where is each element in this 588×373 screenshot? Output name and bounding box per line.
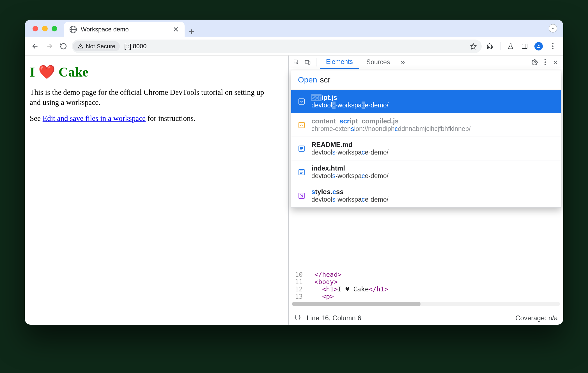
open-file-input[interactable]: scr xyxy=(320,75,330,84)
result-filename: script.js xyxy=(311,94,389,102)
result-path: devtools-workspace-demo/ xyxy=(311,102,389,109)
result-path: chrome-extension://noondiphcddnnabmjcihc… xyxy=(311,125,471,133)
browser-tab[interactable]: Workspace demo ✕ xyxy=(64,22,185,37)
bookmark-star-icon[interactable] xyxy=(468,41,479,52)
back-button[interactable] xyxy=(30,41,41,52)
pretty-print-icon[interactable] xyxy=(294,314,301,322)
new-tab-button[interactable]: + xyxy=(185,26,199,37)
separator xyxy=(500,42,500,50)
line-number: 12 xyxy=(290,285,307,293)
horizontal-scrollbar[interactable] xyxy=(292,302,560,306)
more-tabs-button[interactable]: » xyxy=(397,56,408,69)
open-file-input-row[interactable]: Open scr xyxy=(291,70,561,89)
tab-title: Workspace demo xyxy=(81,26,169,33)
status-bar: Line 16, Column 6 Coverage: n/a xyxy=(289,311,563,325)
results-list: <>script.jsdevtools-workspace-demo/<>con… xyxy=(291,89,561,207)
close-tab-button[interactable]: ✕ xyxy=(173,25,179,34)
settings-gear-icon[interactable] xyxy=(530,57,540,67)
result-filename: styles.css xyxy=(311,188,389,196)
side-panel-icon[interactable] xyxy=(519,41,530,52)
line-number: 13 xyxy=(290,293,307,300)
page-heading: I ❤️ Cake xyxy=(30,64,286,80)
file-type-icon xyxy=(297,192,306,200)
profile-button[interactable] xyxy=(533,41,544,52)
line-number: 11 xyxy=(290,278,307,285)
forward-button[interactable] xyxy=(44,41,55,52)
chrome-menu-button[interactable] xyxy=(547,43,558,49)
result-filename: index.html xyxy=(311,164,389,172)
device-toolbar-icon[interactable] xyxy=(303,57,313,67)
devtools-tabbar: Elements Sources » xyxy=(289,56,563,69)
svg-point-1 xyxy=(538,45,539,46)
toolbar: Not Secure [::]:8000 xyxy=(25,37,563,56)
svg-point-5 xyxy=(534,61,536,63)
result-filename: README.md xyxy=(311,141,389,149)
code-line[interactable]: 10 </head> xyxy=(290,271,563,278)
file-type-icon: <> xyxy=(297,97,306,106)
svg-text:<>: <> xyxy=(300,100,303,103)
result-item[interactable]: styles.cssdevtools-workspace-demo/ xyxy=(291,184,561,207)
tab-elements[interactable]: Elements xyxy=(320,56,359,69)
line-number: 10 xyxy=(290,271,307,278)
result-item[interactable]: <>content_script_compiled.jschrome-exten… xyxy=(291,113,561,137)
svg-rect-0 xyxy=(522,44,527,49)
browser-window: Workspace demo ✕ + Not Secure [::]:8000 xyxy=(25,20,563,325)
code-line[interactable]: 12 <h1>I ♥ Cake</h1> xyxy=(290,285,563,293)
omnibox[interactable]: Not Secure [::]:8000 xyxy=(72,40,482,53)
result-item[interactable]: <>script.jsdevtools-workspace-demo/ xyxy=(291,89,561,113)
open-label: Open xyxy=(298,75,317,84)
scrollbar-thumb[interactable] xyxy=(292,302,421,306)
titlebar: Workspace demo ✕ + xyxy=(25,20,563,37)
file-type-icon xyxy=(297,168,306,176)
devtools-panel: Elements Sources » 10 </head>11 <body>12… xyxy=(288,56,563,325)
svg-text:<>: <> xyxy=(300,124,303,127)
reload-button[interactable] xyxy=(58,41,69,52)
inspect-element-icon[interactable] xyxy=(291,57,302,67)
result-item[interactable]: index.htmldevtools-workspace-demo/ xyxy=(291,160,561,184)
devtools-menu-button[interactable] xyxy=(541,59,549,65)
file-type-icon xyxy=(297,144,306,153)
result-filename: content_script_compiled.js xyxy=(311,117,471,125)
open-file-popover: Open scr <>script.jsdevtools-workspace-d… xyxy=(291,70,561,208)
maximize-window-button[interactable] xyxy=(52,26,57,31)
avatar-icon xyxy=(534,42,543,50)
tutorial-link[interactable]: Edit and save files in a workspace xyxy=(43,114,146,123)
result-item[interactable]: README.mddevtools-workspace-demo/ xyxy=(291,137,561,160)
content-split: I ❤️ Cake This is the demo page for the … xyxy=(25,56,563,325)
security-label: Not Secure xyxy=(86,43,115,50)
close-window-button[interactable] xyxy=(33,26,38,31)
page-paragraph-2: See Edit and save files in a workspace f… xyxy=(30,113,277,123)
code-line[interactable]: 13 <p> xyxy=(290,293,563,300)
url-text: [::]:8000 xyxy=(120,43,147,50)
security-chip[interactable]: Not Secure xyxy=(73,41,120,51)
separator xyxy=(316,58,316,66)
chevron-down-icon[interactable] xyxy=(549,24,557,33)
tab-sources[interactable]: Sources xyxy=(360,56,396,69)
result-path: devtools-workspace-demo/ xyxy=(311,196,389,203)
labs-flask-icon[interactable] xyxy=(505,41,516,52)
page-paragraph-1: This is the demo page for the official C… xyxy=(30,87,277,108)
minimize-window-button[interactable] xyxy=(42,26,48,31)
close-devtools-button[interactable] xyxy=(550,57,561,67)
result-path: devtools-workspace-demo/ xyxy=(311,149,389,156)
coverage-label: Coverage: n/a xyxy=(515,314,558,322)
extensions-icon[interactable] xyxy=(484,41,496,52)
file-type-icon: <> xyxy=(297,121,306,129)
result-path: devtools-workspace-demo/ xyxy=(311,172,389,180)
globe-icon xyxy=(70,26,77,33)
code-line[interactable]: 11 <body> xyxy=(290,278,563,285)
page-viewport: I ❤️ Cake This is the demo page for the … xyxy=(25,56,288,325)
traffic-lights xyxy=(33,26,57,31)
cursor-position: Line 16, Column 6 xyxy=(307,314,361,322)
